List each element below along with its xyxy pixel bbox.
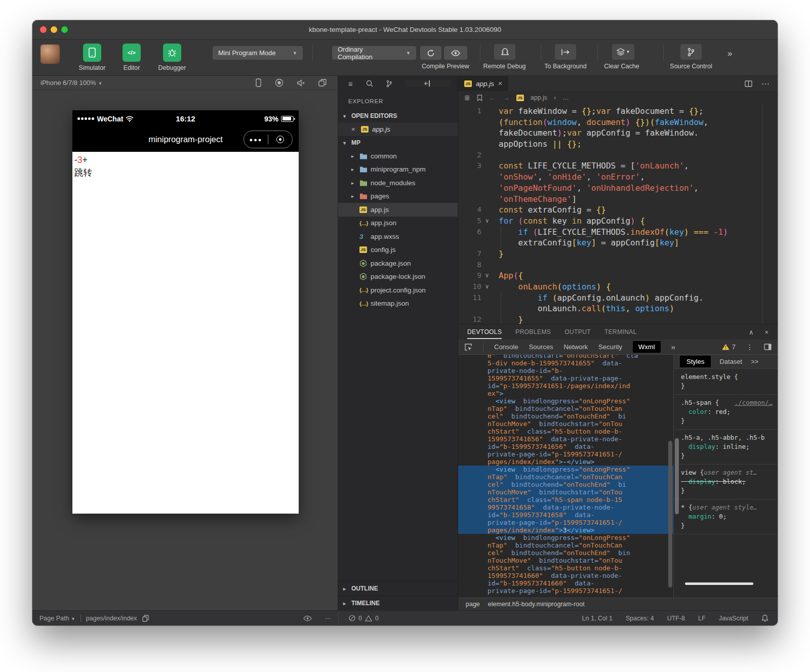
jump-link[interactable]: 跳转 (74, 166, 297, 179)
source-control-button[interactable] (680, 44, 702, 60)
wxml-node-line[interactable]: cel" bindtouchend="onTouchEnd" bi (458, 412, 673, 420)
more-options-icon[interactable]: ⋮ (746, 343, 753, 351)
breadcrumb-element[interactable]: element.h5-body.miniprogram-root (488, 601, 585, 608)
dock-side-icon[interactable] (764, 344, 772, 350)
wxml-node-line[interactable]: chStart" class="h5-span node-b-15 (458, 496, 673, 503)
close-window-button[interactable] (40, 26, 47, 33)
float-window-icon[interactable] (318, 79, 327, 87)
wxml-element-tree[interactable]: e" bindtouchstart="onTouchStart" cla5-di… (458, 355, 673, 598)
more-actions-icon[interactable]: ⋯ (761, 79, 770, 89)
open-editor-app-js[interactable]: × JS app.js (338, 122, 458, 136)
code-editor[interactable]: 1var fakeWindow = {};var fakeDocument = … (458, 104, 778, 324)
file-row-config.js[interactable]: JSconfig.js (338, 243, 458, 257)
fold-chevron-icon[interactable]: ∨ (481, 270, 493, 281)
devtools-tab-terminal[interactable]: TERMINAL (604, 328, 637, 335)
css-source-link[interactable]: ./common/… (735, 398, 773, 407)
wxml-node-line[interactable]: id="b-1599573741660" data- (458, 579, 673, 587)
file-row-project.config.json[interactable]: {…}project.config.json (338, 283, 458, 297)
compile-button[interactable] (420, 46, 441, 60)
outline-list-icon[interactable]: ≣ (464, 94, 470, 102)
device-selector[interactable]: iPhone 6/7/8 100% ▼ (40, 79, 102, 87)
open-editors-section[interactable]: ▾ OPEN EDITORS (338, 109, 458, 122)
close-panel-icon[interactable]: × (764, 328, 768, 336)
inspector-tab-security[interactable]: Security (598, 343, 622, 351)
minimize-window-button[interactable] (51, 26, 57, 33)
mute-speaker-icon[interactable] (297, 79, 305, 87)
fold-chevron-icon[interactable]: ∨ (481, 281, 493, 292)
back-icon[interactable]: ← (489, 94, 496, 102)
file-row-app.json[interactable]: {…}app.json (338, 217, 458, 230)
wxml-node-line[interactable]: nTouchMove" bindtouchstart="onTou (458, 420, 673, 428)
fold-chevron-icon[interactable]: ∨ (481, 216, 493, 227)
wxml-node-line[interactable]: nTap" bindtouchcancel="onTouchCan (458, 473, 673, 481)
more-menu-button[interactable]: ●●● (244, 137, 268, 143)
file-row-sitemap.json[interactable]: {…}sitemap.json (338, 297, 458, 311)
timeline-section[interactable]: ▸ TIMELINE (338, 596, 458, 610)
outline-section[interactable]: ▸ OUTLINE (338, 581, 458, 596)
simulator-toggle[interactable]: Simulator (73, 44, 111, 71)
eye-icon[interactable] (303, 615, 312, 621)
file-row-package.json[interactable]: package.json (338, 257, 458, 270)
wxml-node-line[interactable]: <view bindlongpress="onLongPress" (458, 397, 673, 405)
user-avatar[interactable] (40, 45, 60, 64)
file-row-package-lock.json[interactable]: package-lock.json (338, 270, 458, 284)
collapse-panel-icon[interactable] (406, 80, 451, 87)
inspector-tab-console[interactable]: Console (494, 343, 518, 351)
tab-app-js[interactable]: JS app.js × (458, 76, 508, 91)
css-property-line[interactable]: margin: 0; (681, 512, 773, 521)
css-rule[interactable]: .h5-a, .h5-abbr, .h5-b display: inline;} (674, 430, 778, 465)
mode-dropdown[interactable]: Mini Program Mode ▼ (213, 46, 303, 60)
split-editor-icon[interactable] (745, 80, 752, 87)
wxml-node-line[interactable]: private-page-id="p-1599573741651-/ (458, 587, 673, 595)
breadcrumb-page[interactable]: page (466, 601, 480, 608)
css-rule[interactable]: * {user agent style… margin: 0;} (674, 499, 778, 534)
folder-row-common[interactable]: ▸common (338, 149, 458, 163)
folder-row-node_modules[interactable]: ▸node_modules (338, 176, 458, 190)
wxml-node-line[interactable]: private-page-id="p-1599573741651-/ (458, 519, 673, 526)
breadcrumb[interactable]: app.js (531, 94, 547, 101)
wxml-node-line[interactable]: chStart" class="h5-button node-b- (458, 428, 673, 435)
wxml-node-line[interactable]: e" bindtouchstart="onTouchStart" cla (458, 355, 673, 359)
wxml-node-line[interactable]: pages/index/index">3</view> (458, 526, 673, 534)
wxml-node-line[interactable]: id="b-1599573741658" data- (458, 511, 673, 519)
wxml-node-line[interactable]: id="p-1599573741651-/pages/index/ind (458, 382, 673, 390)
inspect-element-icon[interactable] (464, 343, 472, 351)
status-item[interactable]: LF (698, 615, 706, 622)
more-toolbar-items-button[interactable]: » (727, 49, 732, 59)
css-rule[interactable]: view {user agent st… display: block;} (674, 465, 778, 499)
css-rule[interactable]: element.style {} (674, 369, 778, 395)
compilation-dropdown[interactable]: Ordinary Compilation ▼ (332, 46, 416, 60)
wxml-node-line[interactable]: nTouchMove" bindtouchstart="onTou (458, 488, 673, 496)
wxml-node-line[interactable]: id="b-1599573741656" data- (458, 443, 673, 450)
folder-row-miniprogram_npm[interactable]: ▸miniprogram_npm (338, 163, 458, 177)
wxml-node-line[interactable]: <view bindlongpress="onLongPress" (458, 466, 673, 473)
css-rule[interactable]: ./common/….h5-span { color: red;} (674, 395, 778, 430)
wxml-node-line[interactable]: 99573741658" data-private-node- (458, 503, 673, 511)
more-tabs-icon[interactable]: » (671, 343, 675, 351)
to-background-button[interactable] (555, 44, 576, 60)
wxml-node-line[interactable]: 1599573741655" data-private-page- (458, 374, 673, 382)
wxml-node-line[interactable]: 5-div node-b-1599573741655" data- (458, 359, 673, 367)
editor-scrollbar[interactable] (762, 104, 778, 324)
styles-scrollbar-horizontal[interactable] (685, 582, 753, 585)
wxml-node-line[interactable]: cel" bindtouchend="onTouchEnd" bi (458, 481, 673, 488)
debugger-toggle[interactable]: Debugger (153, 44, 191, 71)
styles-tab-styles[interactable]: Styles (680, 356, 711, 367)
forward-icon[interactable]: → (503, 94, 510, 102)
editor-toggle[interactable]: </> Editor (112, 44, 151, 71)
styles-scrollbar-vertical[interactable] (675, 438, 679, 514)
more-options-icon[interactable]: ⋯ (325, 614, 332, 622)
warnings-badge[interactable]: 7 (722, 343, 736, 351)
devtools-tab-output[interactable]: OUTPUT (564, 328, 591, 335)
file-list-icon[interactable]: ≡ (348, 79, 353, 88)
devtools-tab-devtools[interactable]: DEVTOOLS (467, 328, 502, 335)
page-path-dropdown[interactable]: Page Path ▼ (39, 615, 75, 622)
wxml-node-line[interactable]: nTouchMove" bindtouchstart="onTou (458, 557, 673, 564)
wxml-node-line[interactable]: nTap" bindtouchcancel="onTouchCan (458, 405, 673, 412)
file-row-app.wxss[interactable]: 3app.wxss (338, 230, 458, 243)
remote-debug-button[interactable] (494, 44, 515, 60)
folder-row-pages[interactable]: ▸pages (338, 190, 458, 203)
collapse-panel-icon[interactable]: ∧ (749, 328, 754, 336)
screen-record-icon[interactable] (275, 78, 284, 87)
bookmark-icon[interactable] (477, 95, 482, 101)
